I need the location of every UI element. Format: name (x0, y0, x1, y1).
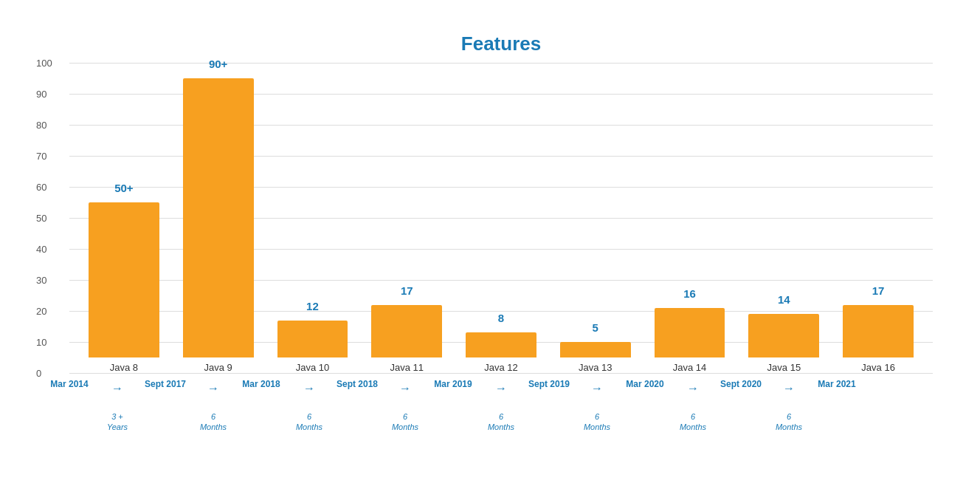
bar-label-java13: 5 (593, 321, 598, 334)
bar-group-java13: 5Java 13 (548, 342, 643, 373)
bar-java10: 12 (277, 321, 348, 357)
bar-java14: 16 (655, 308, 725, 357)
bar-group-java9: 90+Java 9 (171, 78, 266, 373)
bar-name-java8: Java 8 (110, 362, 138, 373)
duration-label-5: 6 Months (584, 411, 610, 433)
y-label-60: 60 (36, 182, 46, 193)
duration-row: 3 + Years6 Months6 Months6 Months6 Month… (69, 411, 933, 438)
bar-label-java16: 17 (872, 284, 885, 297)
bar-name-java11: Java 11 (390, 362, 424, 373)
bar-label-java9: 90+ (209, 58, 227, 70)
timeline-arrow-3: → (399, 382, 411, 395)
bar-java12: 8 (466, 332, 536, 357)
chart-title: Features (69, 32, 933, 55)
y-label-100: 100 (36, 58, 52, 69)
bar-java11: 17 (371, 305, 442, 357)
y-label-80: 80 (36, 120, 46, 131)
bar-name-java14: Java 14 (673, 362, 707, 373)
y-label-30: 30 (36, 275, 46, 286)
bar-java8: 50+ (89, 202, 159, 357)
timeline-arrow-4: → (495, 382, 507, 395)
bars-container: 50+Java 890+Java 912Java 1017Java 118Jav… (69, 63, 933, 373)
bar-name-java16: Java 16 (861, 362, 895, 373)
y-label-50: 50 (36, 213, 46, 224)
timeline-arrow-2: → (303, 382, 315, 395)
bar-name-java10: Java 10 (296, 362, 330, 373)
bar-java16: 17 (843, 305, 914, 357)
timeline-date-0: Mar 2014 (50, 379, 88, 389)
timeline-date-3: Sept 2018 (337, 379, 378, 389)
bar-label-java10: 12 (306, 300, 319, 312)
timeline-arrow-1: → (207, 382, 219, 395)
bar-group-java16: 17Java 16 (831, 305, 925, 373)
chart-container: Features 50+Java 890+Java 912Java 1017Ja… (18, 10, 962, 476)
grid-line-0 (69, 373, 933, 374)
y-label-40: 40 (36, 244, 46, 255)
timeline-date-8: Mar 2021 (818, 379, 855, 389)
bar-name-java13: Java 13 (579, 362, 612, 373)
duration-label-6: 6 Months (680, 411, 706, 433)
timeline-date-5: Sept 2019 (528, 379, 570, 389)
bar-label-java11: 17 (401, 284, 413, 297)
timeline-date-2: Mar 2018 (242, 379, 280, 389)
bar-label-java15: 14 (778, 293, 790, 306)
duration-label-1: 6 Months (200, 411, 227, 433)
chart-area: 50+Java 890+Java 912Java 1017Java 118Jav… (69, 63, 933, 373)
timeline-date-7: Sept 2020 (720, 379, 762, 389)
bar-name-java12: Java 12 (484, 362, 518, 373)
bar-group-java15: 14Java 15 (736, 314, 831, 373)
y-label-10: 10 (36, 337, 46, 348)
bar-group-java11: 17Java 11 (359, 305, 454, 373)
y-label-70: 70 (36, 151, 46, 162)
bar-name-java15: Java 15 (767, 362, 801, 373)
y-label-90: 90 (36, 89, 46, 100)
bar-label-java8: 50+ (114, 182, 133, 194)
y-label-20: 20 (36, 306, 46, 317)
timeline-arrow-5: → (591, 382, 603, 395)
timeline-arrow-6: → (687, 382, 699, 395)
timeline-date-6: Mar 2020 (626, 379, 663, 389)
bar-group-java8: 50+Java 8 (77, 202, 171, 373)
timeline-area: Mar 2014Sept 2017Mar 2018Sept 2018Mar 20… (69, 379, 933, 438)
y-label-0: 0 (36, 368, 41, 379)
bar-group-java10: 12Java 10 (266, 321, 360, 373)
bar-java15: 14 (748, 314, 819, 357)
bar-java13: 5 (560, 342, 631, 357)
duration-label-2: 6 Months (296, 411, 322, 433)
bar-java9: 90+ (183, 78, 254, 357)
timeline-arrow-0: → (111, 382, 123, 395)
timeline-arrow-7: → (783, 382, 795, 395)
duration-label-7: 6 Months (776, 411, 802, 433)
bar-label-java14: 16 (683, 287, 696, 300)
date-line-row: Mar 2014Sept 2017Mar 2018Sept 2018Mar 20… (69, 379, 933, 408)
duration-label-3: 6 Months (392, 411, 418, 433)
timeline-date-1: Sept 2017 (145, 379, 186, 389)
duration-label-4: 6 Months (488, 411, 514, 433)
bar-group-java14: 16Java 14 (643, 308, 737, 373)
bar-label-java12: 8 (498, 312, 504, 324)
timeline-date-4: Mar 2019 (434, 379, 472, 389)
duration-label-0: 3 + Years (107, 411, 128, 433)
bar-name-java9: Java 9 (204, 362, 232, 373)
bar-group-java12: 8Java 12 (454, 332, 548, 373)
